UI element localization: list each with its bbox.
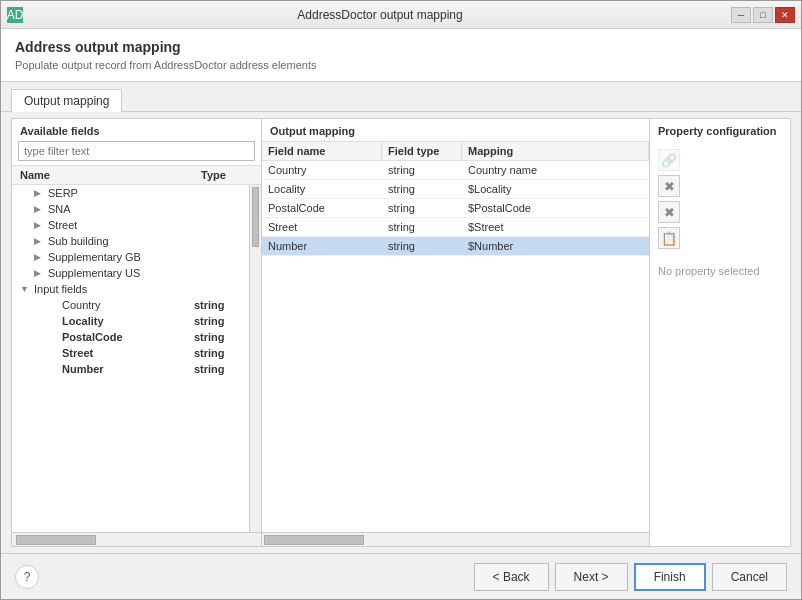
tree-item-name: Sub building xyxy=(48,235,194,247)
tree-item[interactable]: PostalCodestring xyxy=(12,329,249,345)
tree-item-name: Number xyxy=(62,363,194,375)
main-content: Available fields Name Type ▶SERP▶SNA▶Str… xyxy=(11,118,791,547)
tree-item-name: Input fields xyxy=(34,283,194,295)
cell-mapping: Country name xyxy=(462,161,649,179)
col-field-name: Field name xyxy=(262,142,382,160)
cell-field-type: string xyxy=(382,199,462,217)
table-row[interactable]: Localitystring$Locality xyxy=(262,180,649,199)
cell-mapping: $Locality xyxy=(462,180,649,198)
maximize-button[interactable]: □ xyxy=(753,7,773,23)
tree-item-name: PostalCode xyxy=(62,331,194,343)
tree-item-name: Supplementary GB xyxy=(48,251,194,263)
tree-item[interactable]: ▶Street xyxy=(12,217,249,233)
tree-item-name: Supplementary US xyxy=(48,267,194,279)
cell-field-name: Country xyxy=(262,161,382,179)
minimize-button[interactable]: ─ xyxy=(731,7,751,23)
title-bar-buttons: ─ □ ✕ xyxy=(731,7,795,23)
tree-item[interactable]: ▼Input fields xyxy=(12,281,249,297)
delete-button[interactable]: ✖ xyxy=(658,175,680,197)
table-body: CountrystringCountry nameLocalitystring$… xyxy=(262,161,649,532)
tree-scroll-thumb[interactable] xyxy=(252,187,259,247)
edit-button[interactable]: 📋 xyxy=(658,227,680,249)
tree-item[interactable]: ▶SERP xyxy=(12,185,249,201)
cell-field-name: Locality xyxy=(262,180,382,198)
table-row[interactable]: PostalCodestring$PostalCode xyxy=(262,199,649,218)
tree-arrow-icon: ▶ xyxy=(34,188,48,198)
tree-col-name: Name xyxy=(12,169,201,181)
page-subtitle: Populate output record from AddressDocto… xyxy=(15,59,787,71)
tree-scroll[interactable]: ▶SERP▶SNA▶Street▶Sub building▶Supplement… xyxy=(12,185,249,532)
tree-item[interactable]: ▶SNA xyxy=(12,201,249,217)
output-mapping-panel: Output mapping Field name Field type Map… xyxy=(262,119,650,546)
main-window: AD AddressDoctor output mapping ─ □ ✕ Ad… xyxy=(0,0,802,600)
filter-input[interactable] xyxy=(18,141,255,161)
cell-field-name: PostalCode xyxy=(262,199,382,217)
table-outer: CountrystringCountry nameLocalitystring$… xyxy=(262,161,649,532)
tree-arrow-icon: ▶ xyxy=(34,220,48,230)
tree-item-type: string xyxy=(194,331,249,343)
close-button[interactable]: ✕ xyxy=(775,7,795,23)
action-buttons: 🔗 ✖ ✖ 📋 xyxy=(658,149,782,249)
cell-field-type: string xyxy=(382,237,462,255)
tree-item-name: Street xyxy=(62,347,194,359)
tree-arrow-icon: ▶ xyxy=(34,204,48,214)
col-field-type: Field type xyxy=(382,142,462,160)
table-row[interactable]: Numberstring$Number xyxy=(262,237,649,256)
tree-arrow-icon: ▶ xyxy=(34,268,48,278)
available-fields-title: Available fields xyxy=(12,119,261,141)
tab-bar: Output mapping xyxy=(1,82,801,112)
tree-item-name: Street xyxy=(48,219,194,231)
tree-outer: ▶SERP▶SNA▶Street▶Sub building▶Supplement… xyxy=(12,185,261,532)
table-row[interactable]: CountrystringCountry name xyxy=(262,161,649,180)
table-row[interactable]: Streetstring$Street xyxy=(262,218,649,237)
tree-hscroll-thumb[interactable] xyxy=(16,535,96,545)
tree-item-name: Country xyxy=(62,299,194,311)
tree-item[interactable]: ▶Supplementary GB xyxy=(12,249,249,265)
no-property-label: No property selected xyxy=(658,265,782,277)
cell-mapping: $Street xyxy=(462,218,649,236)
property-config-title: Property configuration xyxy=(658,125,782,137)
property-config-panel: Property configuration 🔗 ✖ ✖ 📋 No proper… xyxy=(650,119,790,546)
cell-field-type: string xyxy=(382,180,462,198)
finish-button[interactable]: Finish xyxy=(634,563,706,591)
tree-vertical-scrollbar[interactable] xyxy=(249,185,261,532)
footer: ? < Back Next > Finish Cancel xyxy=(1,553,801,599)
cell-field-type: string xyxy=(382,218,462,236)
tree-item-name: SNA xyxy=(48,203,194,215)
tree-header: Name Type xyxy=(12,165,261,185)
back-button[interactable]: < Back xyxy=(474,563,549,591)
tree-item-name: SERP xyxy=(48,187,194,199)
col-mapping: Mapping xyxy=(462,142,649,160)
tree-item-type: string xyxy=(194,299,249,311)
next-button[interactable]: Next > xyxy=(555,563,628,591)
cell-mapping: $Number xyxy=(462,237,649,255)
cell-mapping: $PostalCode xyxy=(462,199,649,217)
tree-item[interactable]: Localitystring xyxy=(12,313,249,329)
tree-item-name: Locality xyxy=(62,315,194,327)
tree-horizontal-scrollbar[interactable] xyxy=(12,532,261,546)
app-icon: AD xyxy=(7,7,23,23)
tree-item[interactable]: Streetstring xyxy=(12,345,249,361)
cell-field-name: Street xyxy=(262,218,382,236)
table-hscroll-thumb[interactable] xyxy=(264,535,364,545)
tree-item-type: string xyxy=(194,363,249,375)
tree-item[interactable]: Countrystring xyxy=(12,297,249,313)
link-button[interactable]: 🔗 xyxy=(658,149,680,171)
delete2-button[interactable]: ✖ xyxy=(658,201,680,223)
tab-output-mapping[interactable]: Output mapping xyxy=(11,89,122,112)
window-title: AddressDoctor output mapping xyxy=(29,8,731,22)
available-fields-panel: Available fields Name Type ▶SERP▶SNA▶Str… xyxy=(12,119,262,546)
tree-item[interactable]: Numberstring xyxy=(12,361,249,377)
cell-field-name: Number xyxy=(262,237,382,255)
tree-item-type: string xyxy=(194,347,249,359)
table-horizontal-scrollbar[interactable] xyxy=(262,532,649,546)
help-button[interactable]: ? xyxy=(15,565,39,589)
tree-item[interactable]: ▶Supplementary US xyxy=(12,265,249,281)
tree-col-type: Type xyxy=(201,169,261,181)
cell-field-type: string xyxy=(382,161,462,179)
tree-arrow-icon: ▶ xyxy=(34,236,48,246)
footer-buttons: < Back Next > Finish Cancel xyxy=(474,563,787,591)
tree-items: ▶SERP▶SNA▶Street▶Sub building▶Supplement… xyxy=(12,185,249,532)
cancel-button[interactable]: Cancel xyxy=(712,563,787,591)
tree-item[interactable]: ▶Sub building xyxy=(12,233,249,249)
